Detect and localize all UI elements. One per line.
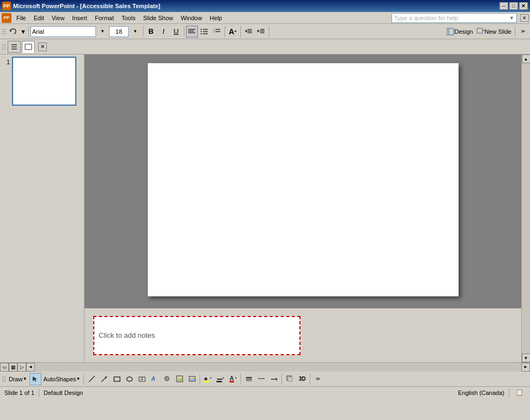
status-bar: Slide 1 of 1 Default Design English (Can…	[0, 386, 530, 398]
3d-button[interactable]: 3D	[296, 373, 308, 385]
notes-input[interactable]: Click to add notes	[93, 316, 300, 355]
increase-indent-button[interactable]	[255, 26, 267, 38]
font-size-input[interactable]	[109, 26, 129, 37]
undo-dropdown[interactable]: ▼	[20, 26, 27, 38]
menu-help[interactable]: Help	[207, 14, 226, 22]
bullet-list-button[interactable]	[198, 26, 210, 38]
autoshapes-button[interactable]: AutoShapes ▼	[42, 373, 82, 385]
svg-marker-56	[235, 377, 237, 379]
svg-rect-24	[477, 28, 483, 33]
help-search-box[interactable]: Type a question for help ▼	[392, 13, 517, 23]
svg-point-47	[192, 378, 194, 379]
bold-button[interactable]: B	[145, 26, 157, 38]
slide-canvas[interactable]	[148, 63, 459, 296]
menu-edit[interactable]: Edit	[31, 14, 47, 22]
line-color-button[interactable]	[214, 373, 226, 385]
menu-view[interactable]: View	[49, 14, 68, 22]
menu-close-button[interactable]: ✕	[520, 14, 529, 22]
scroll-up-button[interactable]: ▲	[522, 54, 531, 63]
scroll-right-button[interactable]: ►	[521, 363, 530, 372]
minimize-button[interactable]: ─	[499, 2, 508, 10]
svg-marker-31	[33, 376, 37, 382]
draw-sep5	[310, 374, 310, 385]
svg-line-32	[89, 376, 95, 382]
notes-area: Click to add notes	[85, 308, 521, 362]
align-left-button[interactable]	[186, 26, 198, 38]
title-bar-left: PP Microsoft PowerPoint - [Accessible Sa…	[2, 2, 160, 10]
scroll-track-vertical[interactable]	[522, 63, 531, 354]
slide-thumbnail-1[interactable]	[12, 57, 76, 106]
design-button[interactable]: Design	[445, 26, 474, 38]
decrease-indent-button[interactable]	[243, 26, 255, 38]
slide-tab[interactable]	[22, 41, 35, 53]
svg-rect-66	[288, 377, 292, 381]
toolbar-options-button[interactable]: ≫	[517, 26, 529, 38]
line-style-button[interactable]	[243, 373, 255, 385]
outline-tab[interactable]	[8, 41, 21, 53]
help-dropdown-icon[interactable]: ▼	[509, 15, 514, 21]
svg-rect-4	[201, 29, 202, 30]
scroll-track-horizontal[interactable]	[35, 363, 521, 372]
font-family-input[interactable]	[31, 26, 96, 37]
italic-button[interactable]: I	[158, 26, 170, 38]
draw-menu-button[interactable]: Draw ▼	[7, 373, 29, 385]
svg-text:2: 2	[213, 31, 215, 33]
slide-view-2-button[interactable]: ▦	[9, 363, 17, 372]
new-slide-button[interactable]: New Slide	[475, 26, 513, 38]
fill-color-button[interactable]: ◆	[202, 373, 214, 385]
viewtabs-grip	[2, 44, 5, 50]
oval-tool-button[interactable]	[123, 373, 135, 385]
rectangle-tool-button[interactable]	[111, 373, 123, 385]
app-menu-icon[interactable]: PP	[1, 13, 12, 23]
menu-bar: PP File Edit View Insert Format Tools Sl…	[0, 12, 530, 24]
font-family-dropdown[interactable]: ▼	[97, 26, 109, 38]
menu-tools[interactable]: Tools	[118, 14, 139, 22]
diagram-button[interactable]	[161, 373, 173, 385]
clipart-button[interactable]	[173, 373, 185, 385]
menu-insert[interactable]: Insert	[69, 14, 91, 22]
shadow-button[interactable]	[284, 373, 296, 385]
dash-style-button[interactable]	[255, 373, 267, 385]
menu-format[interactable]: Format	[92, 14, 117, 22]
svg-rect-52	[216, 381, 222, 382]
svg-rect-42	[177, 376, 183, 382]
menu-file[interactable]: File	[13, 14, 29, 22]
arrow-style-button[interactable]	[268, 373, 280, 385]
increase-font-button[interactable]: A+	[227, 26, 239, 38]
notes-toggle-button[interactable]: 📋	[514, 387, 526, 399]
arrow-tool-button[interactable]	[98, 373, 110, 385]
menu-window[interactable]: Window	[177, 14, 205, 22]
undo-button[interactable]	[7, 26, 19, 38]
font-size-dropdown[interactable]: ▼	[129, 26, 141, 38]
picture-button[interactable]	[186, 373, 198, 385]
textbox-tool-button[interactable]: A	[136, 373, 148, 385]
svg-text:◆: ◆	[204, 376, 208, 381]
line-tool-button[interactable]	[86, 373, 98, 385]
scroll-down-button[interactable]: ▼	[522, 354, 531, 362]
maximize-button[interactable]: □	[509, 2, 518, 10]
numbered-list-button[interactable]: 12	[211, 26, 223, 38]
svg-rect-22	[447, 28, 454, 35]
svg-point-41	[166, 378, 168, 380]
app-small-icon: PP	[2, 13, 11, 23]
toolbar-more-button[interactable]: ≫	[312, 373, 324, 385]
slide-view-1-button[interactable]: ▭	[0, 363, 9, 372]
close-panel-button[interactable]: ✕	[38, 42, 47, 51]
slide-info: Slide 1 of 1	[4, 389, 34, 396]
wordart-button[interactable]: A	[148, 373, 160, 385]
main-area: 1 Click to add notes ▲ ▼	[0, 54, 530, 362]
underline-button[interactable]: U	[170, 26, 182, 38]
menu-slideshow[interactable]: Slide Show	[140, 14, 176, 22]
font-color-button2[interactable]: A	[227, 373, 239, 385]
select-tool-button[interactable]	[29, 373, 41, 385]
status-left: Slide 1 of 1 Default Design	[4, 388, 83, 397]
draw-sep3	[240, 374, 241, 385]
slide-show-button[interactable]: ▷	[17, 363, 26, 372]
toolbar-sep7	[515, 26, 515, 37]
autoshapes-label: AutoShapes	[44, 376, 76, 382]
scroll-left-button[interactable]: ◄	[26, 363, 35, 372]
help-search-placeholder: Type a question for help	[394, 15, 458, 21]
svg-marker-18	[257, 29, 260, 33]
design-label: Design	[454, 28, 473, 35]
window-close-button[interactable]: ✕	[519, 2, 528, 10]
